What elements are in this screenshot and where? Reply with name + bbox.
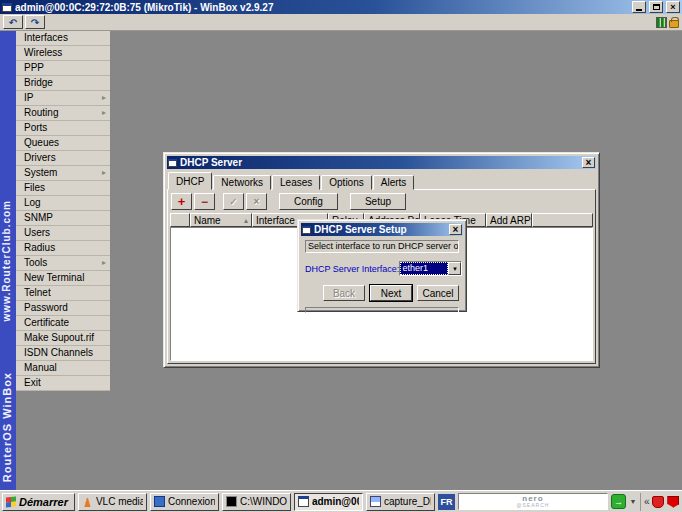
close-icon: × (586, 158, 592, 168)
interface-selected-value: ether1 (400, 262, 448, 275)
chevron-down-icon: ▼ (452, 266, 458, 272)
config-button[interactable]: Config (279, 193, 338, 210)
check-icon: ✓ (229, 197, 237, 207)
restore-button[interactable] (649, 1, 663, 13)
column-filler (532, 213, 593, 227)
search-go-button[interactable]: → (611, 494, 626, 509)
secure-session-lock-icon (669, 20, 679, 28)
close-icon: × (670, 3, 675, 12)
taskbar-item-network-connections[interactable]: Connexions r... (150, 493, 219, 511)
sidebar-item-new-terminal[interactable]: New Terminal (16, 271, 110, 286)
sidebar-item-exit[interactable]: Exit (16, 376, 110, 391)
disable-button[interactable]: × (246, 193, 267, 210)
setup-status-strip (305, 307, 459, 313)
banner-site-text: www.RouterClub.com (1, 200, 12, 322)
sidebar-item-routing[interactable]: Routing▸ (16, 106, 110, 121)
tab-options[interactable]: Options (321, 175, 371, 190)
winbox-main-window: admin@00:0C:29:72:0B:75 (MikroTik) - Win… (0, 0, 682, 512)
antivirus-icon[interactable] (667, 496, 679, 508)
enable-button[interactable]: ✓ (223, 193, 244, 210)
dhcp-window-title: DHCP Server (180, 157, 579, 168)
setup-dialog-buttons: Back Next Cancel (305, 285, 459, 301)
remove-button[interactable]: − (194, 193, 215, 210)
interface-field-label: DHCP Server Interface: (305, 264, 399, 274)
security-shield-icon[interactable] (652, 496, 664, 508)
sidebar-item-ports[interactable]: Ports (16, 121, 110, 136)
sidebar-item-bridge[interactable]: Bridge (16, 76, 110, 91)
sidebar-item-log[interactable]: Log (16, 196, 110, 211)
sidebar-item-password[interactable]: Password (16, 301, 110, 316)
sidebar-item-users[interactable]: Users (16, 226, 110, 241)
main-window-title: admin@00:0C:29:72:0B:75 (MikroTik) - Win… (15, 2, 629, 13)
sidebar-item-certificate[interactable]: Certificate (16, 316, 110, 331)
sidebar-item-manual[interactable]: Manual (16, 361, 110, 376)
redo-button[interactable]: ↷ (25, 15, 45, 29)
language-indicator[interactable]: FR (438, 494, 455, 510)
add-button[interactable]: + (171, 193, 192, 210)
sidebar-item-wireless[interactable]: Wireless (16, 46, 110, 61)
sidebar-item-interfaces[interactable]: Interfaces (16, 31, 110, 46)
setup-dialog-icon (302, 226, 311, 234)
windows-logo-icon (6, 496, 16, 507)
taskbar-item-vlc[interactable]: VLC media pl... (78, 493, 147, 511)
routerclub-banner: www.RouterClub.com RouterOS WinBox (0, 31, 16, 490)
sidebar-item-queues[interactable]: Queues (16, 136, 110, 151)
column-name[interactable]: Name▴ (190, 213, 252, 227)
sidebar-item-drivers[interactable]: Drivers (16, 151, 110, 166)
nero-search-input[interactable]: nero @SEARCH (458, 493, 608, 510)
start-button-label: Démarrer (19, 496, 68, 508)
app-window-icon (2, 3, 12, 12)
sidebar-item-ip[interactable]: IP▸ (16, 91, 110, 106)
dhcp-setup-dialog: DHCP Server Setup × Select interface to … (297, 219, 467, 312)
chevron-down-icon: ▼ (629, 498, 636, 505)
network-connections-icon (154, 496, 165, 507)
tab-alerts[interactable]: Alerts (373, 175, 415, 190)
taskbar-item-winbox[interactable]: admin@00:... (294, 493, 363, 511)
taskbar-item-capture[interactable]: capture_DHC... (366, 493, 435, 511)
dhcp-close-button[interactable]: × (582, 157, 595, 168)
setup-dialog-titlebar[interactable]: DHCP Server Setup × (301, 223, 463, 236)
minimize-icon (636, 9, 642, 11)
next-button[interactable]: Next (370, 285, 412, 301)
dhcp-window-titlebar[interactable]: DHCP Server × (167, 156, 596, 169)
toolbar-gap (340, 193, 348, 210)
interface-combobox[interactable]: ether1 ▼ (399, 261, 462, 276)
close-icon: × (453, 225, 459, 235)
nero-search-caption: @SEARCH (516, 503, 549, 508)
column-flags[interactable] (170, 213, 190, 227)
deskband-menu-button[interactable]: ▼ (629, 498, 637, 505)
sidebar-item-system[interactable]: System▸ (16, 166, 110, 181)
minimize-button[interactable] (632, 1, 646, 13)
vlc-cone-icon (82, 496, 93, 507)
close-button[interactable]: × (666, 1, 680, 13)
tab-leases[interactable]: Leases (272, 175, 320, 190)
sidebar-item-tools[interactable]: Tools▸ (16, 256, 110, 271)
chevron-right-icon: ▸ (102, 166, 106, 180)
toolbar-gap (269, 193, 277, 210)
undo-button[interactable]: ↶ (3, 15, 23, 29)
tab-networks[interactable]: Networks (213, 175, 271, 190)
sidebar-item-telnet[interactable]: Telnet (16, 286, 110, 301)
combobox-dropdown-button[interactable]: ▼ (448, 262, 461, 275)
setup-button[interactable]: Setup (350, 193, 406, 210)
sidebar-item-files[interactable]: Files (16, 181, 110, 196)
start-button[interactable]: Démarrer (2, 493, 75, 511)
winbox-window-icon (298, 496, 309, 507)
sidebar-item-snmp[interactable]: SNMP (16, 211, 110, 226)
cancel-button[interactable]: Cancel (417, 285, 459, 301)
back-button[interactable]: Back (323, 285, 365, 301)
minus-icon: − (201, 196, 208, 208)
taskbar-item-command-prompt[interactable]: C:\WINDOW... (222, 493, 291, 511)
main-titlebar: admin@00:0C:29:72:0B:75 (MikroTik) - Win… (0, 0, 682, 14)
tab-dhcp[interactable]: DHCP (168, 172, 212, 190)
dhcp-window-icon (168, 159, 177, 167)
sidebar-item-isdn-channels[interactable]: ISDN Channels (16, 346, 110, 361)
dhcp-list-toolbar: + − ✓ × Config Setup (170, 192, 593, 213)
sidebar-item-ppp[interactable]: PPP (16, 61, 110, 76)
sidebar-item-radius[interactable]: Radius (16, 241, 110, 256)
column-add-arp[interactable]: Add ARP (486, 213, 532, 227)
sidebar-item-make-supout[interactable]: Make Supout.rif (16, 331, 110, 346)
tray-overflow-button[interactable]: « (644, 496, 650, 507)
sort-ascending-icon: ▴ (244, 214, 248, 227)
setup-close-button[interactable]: × (449, 224, 462, 235)
